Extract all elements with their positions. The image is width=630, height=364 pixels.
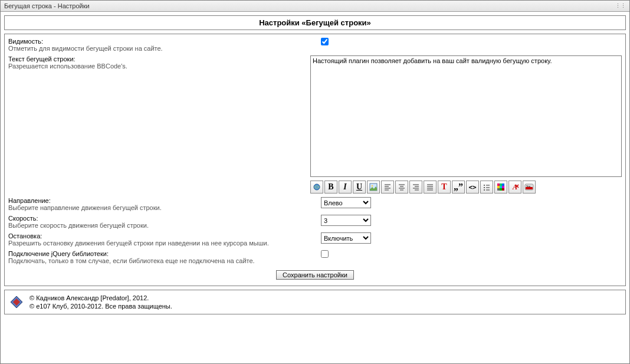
align-justify-icon[interactable] [424,181,437,194]
underline-button[interactable]: U [353,181,366,194]
speed-select[interactable]: 3 [321,215,371,226]
label-direction: Направление: Выберите направление движен… [8,197,321,211]
label-jquery-hint: Подключать, только в том случае, если би… [8,257,315,264]
svg-rect-27 [502,183,504,186]
label-direction-hint: Выберите направление движения бегущей ст… [8,204,315,211]
code-icon[interactable]: <> [466,181,479,194]
label-stop-hint: Разрешить остановку движения бегущей стр… [8,240,315,247]
row-text: Текст бегущей строки: Разрешается исполь… [8,55,622,194]
label-jquery-title: Подключение jQuery библиотеки: [8,250,315,257]
label-text-title: Текст бегущей строки: [8,55,304,63]
color-picker-icon[interactable] [494,181,507,194]
row-visibility: Видимость: Отметить для видимости бегуще… [8,38,622,52]
align-left-icon[interactable] [381,181,394,194]
label-direction-title: Направление: [8,197,315,204]
image-icon[interactable] [367,181,380,194]
svg-point-23 [484,189,485,191]
footer-line-2: © e107 Клуб, 2010-2012. Все права защище… [29,302,172,310]
svg-rect-31 [497,188,500,191]
svg-rect-30 [502,186,504,188]
svg-point-2 [372,185,373,187]
footer-line-1: © Кадников Александр [Predator], 2012. [29,294,172,302]
label-visibility: Видимость: Отметить для видимости бегуще… [8,38,321,52]
label-stop-title: Остановка: [8,232,315,240]
text-size-icon[interactable]: T [438,181,451,194]
label-speed-title: Скорость: [8,215,315,222]
direction-select[interactable]: Влево [321,197,371,208]
bbcode-toolbar: B I U T „” <> A You [310,181,622,194]
svg-rect-26 [500,183,502,186]
row-stop: Остановка: Разрешить остановку движения … [8,232,622,247]
clear-format-icon[interactable]: A [508,181,521,194]
titlebar: Бегущая строка - Настройки ⋮⋮ [1,1,629,12]
stop-select[interactable]: Включить [321,232,371,244]
save-button[interactable]: Сохранить настройки [276,270,354,280]
label-jquery: Подключение jQuery библиотеки: Подключат… [8,250,321,264]
svg-rect-32 [500,188,502,191]
label-visibility-title: Видимость: [8,38,315,45]
list-icon[interactable] [480,181,493,194]
align-center-icon[interactable] [395,181,408,194]
bold-button[interactable]: B [324,181,337,194]
svg-point-21 [484,187,485,188]
settings-window: Бегущая строка - Настройки ⋮⋮ Настройки … [0,0,630,364]
content-area: Настройки «Бегущей строки» Видимость: От… [1,12,629,318]
label-visibility-hint: Отметить для видимости бегущей строки на… [8,45,315,52]
label-stop: Остановка: Разрешить остановку движения … [8,232,321,247]
quote-icon[interactable]: „” [452,181,465,194]
footer: © Кадников Александр [Predator], 2012. ©… [4,290,626,314]
label-speed-hint: Выберите скорость движения бегущей строк… [8,222,315,229]
panel-title: Настройки «Бегущей строки» [4,15,626,30]
form-panel: Видимость: Отметить для видимости бегуще… [4,34,626,286]
svg-rect-39 [526,187,533,189]
jquery-checkbox[interactable] [321,250,329,258]
row-jquery: Подключение jQuery библиотеки: Подключат… [8,250,622,264]
label-speed: Скорость: Выберите скорость движения бег… [8,215,321,229]
row-speed: Скорость: Выберите скорость движения бег… [8,215,622,229]
align-right-icon[interactable] [409,181,422,194]
label-text-hint: Разрешается использование BBCode's. [8,63,304,70]
link-icon[interactable] [310,181,323,194]
submit-row: Сохранить настройки [8,270,622,280]
window-grip-icon: ⋮⋮ [615,1,626,11]
visibility-checkbox[interactable] [321,38,329,45]
youtube-icon[interactable]: You [523,181,536,194]
italic-button[interactable]: I [339,181,352,194]
svg-rect-33 [502,188,504,191]
label-text: Текст бегущей строки: Разрешается исполь… [8,55,310,70]
window-title: Бегущая строка - Настройки [4,1,90,11]
svg-rect-29 [500,186,502,188]
logo-icon [9,295,24,309]
footer-text: © Кадников Александр [Predator], 2012. ©… [29,294,172,310]
svg-rect-25 [497,183,500,186]
row-direction: Направление: Выберите направление движен… [8,197,622,211]
svg-point-19 [484,185,485,186]
svg-rect-28 [497,186,500,188]
marquee-text-input[interactable]: Настоящий плагин позволяет добавить на в… [310,55,622,177]
